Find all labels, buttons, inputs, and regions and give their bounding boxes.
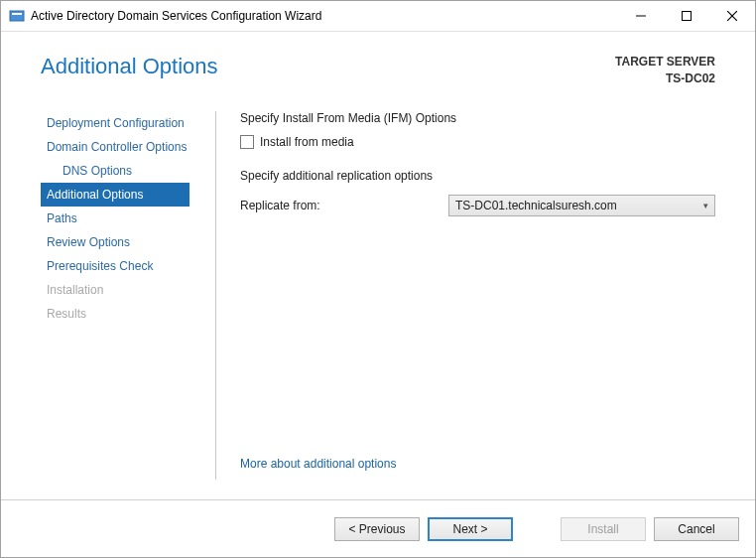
install-from-media-label: Install from media bbox=[260, 135, 354, 149]
sidebar-item-dns-options[interactable]: DNS Options bbox=[41, 159, 215, 183]
ifm-heading: Specify Install From Media (IFM) Options bbox=[240, 111, 715, 125]
replicate-from-label: Replicate from: bbox=[240, 199, 448, 212]
next-button[interactable]: Next > bbox=[428, 517, 513, 541]
target-server-block: TARGET SERVER TS-DC02 bbox=[615, 54, 715, 87]
sidebar-item-results: Results bbox=[41, 302, 215, 326]
sidebar-item-paths[interactable]: Paths bbox=[41, 207, 215, 230]
target-server-label: TARGET SERVER bbox=[615, 54, 715, 70]
svg-rect-0 bbox=[10, 11, 24, 21]
wizard-footer: < Previous Next > Install Cancel bbox=[1, 499, 755, 557]
maximize-button[interactable] bbox=[664, 1, 709, 31]
app-icon bbox=[9, 8, 25, 24]
main-panel: Specify Install From Media (IFM) Options… bbox=[216, 95, 715, 489]
minimize-button[interactable] bbox=[618, 1, 664, 31]
install-button: Install bbox=[561, 517, 646, 541]
window-title: Active Directory Domain Services Configu… bbox=[31, 9, 618, 23]
wizard-body: Deployment Configuration Domain Controll… bbox=[1, 95, 755, 499]
wizard-header: Additional Options TARGET SERVER TS-DC02 bbox=[1, 32, 755, 95]
svg-rect-3 bbox=[683, 12, 692, 21]
sidebar-item-additional-options[interactable]: Additional Options bbox=[41, 183, 189, 207]
sidebar-item-domain-controller-options[interactable]: Domain Controller Options bbox=[41, 135, 215, 159]
checkbox-box-icon bbox=[240, 135, 254, 149]
titlebar: Active Directory Domain Services Configu… bbox=[1, 1, 755, 32]
cancel-button[interactable]: Cancel bbox=[654, 517, 739, 541]
sidebar-item-review-options[interactable]: Review Options bbox=[41, 230, 215, 254]
more-about-link[interactable]: More about additional options bbox=[240, 457, 396, 471]
sidebar-item-prerequisites-check[interactable]: Prerequisites Check bbox=[41, 254, 215, 278]
page-title: Additional Options bbox=[41, 54, 218, 79]
replicate-from-row: Replicate from: TS-DC01.technicalsuresh.… bbox=[240, 195, 715, 216]
sidebar-item-deployment-configuration[interactable]: Deployment Configuration bbox=[41, 111, 215, 135]
install-from-media-checkbox[interactable]: Install from media bbox=[240, 135, 715, 149]
close-button[interactable] bbox=[709, 1, 755, 31]
previous-button[interactable]: < Previous bbox=[334, 517, 420, 541]
sidebar: Deployment Configuration Domain Controll… bbox=[41, 95, 215, 489]
window-controls bbox=[618, 1, 755, 31]
target-server-value: TS-DC02 bbox=[615, 70, 715, 87]
chevron-down-icon: ▾ bbox=[703, 201, 708, 210]
replication-heading: Specify additional replication options bbox=[240, 169, 715, 183]
sidebar-item-installation: Installation bbox=[41, 278, 215, 302]
replicate-from-value: TS-DC01.technicalsuresh.com bbox=[455, 199, 617, 212]
svg-rect-1 bbox=[12, 13, 22, 15]
replicate-from-select[interactable]: TS-DC01.technicalsuresh.com ▾ bbox=[448, 195, 715, 216]
